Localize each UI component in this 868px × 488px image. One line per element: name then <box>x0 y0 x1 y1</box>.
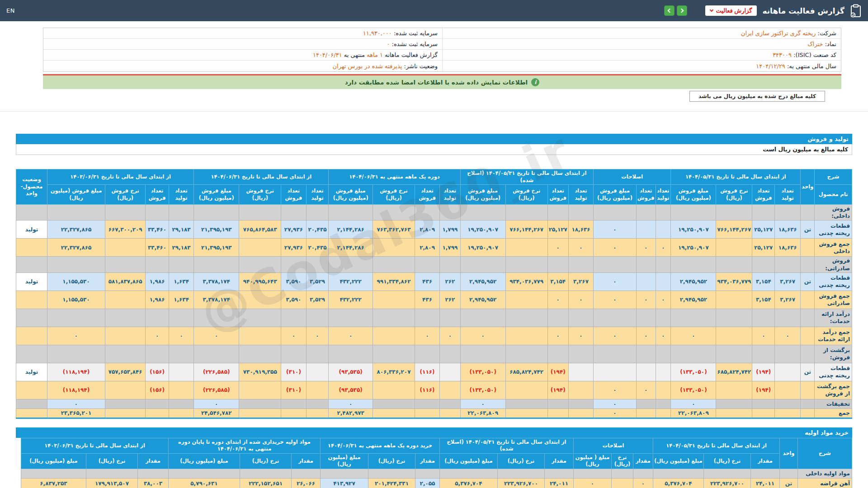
column-header: نرخ فروش (ریال) <box>373 185 415 205</box>
data-cell: ۱۸,۶۳۶ <box>568 221 593 239</box>
column-header: نرخ (ریال) <box>498 453 545 469</box>
data-cell: ۲۵,۱۲۷ <box>752 221 775 239</box>
data-cell <box>146 257 169 272</box>
column-header: تعداد تولید <box>775 185 801 205</box>
data-cell: ۲۳,۳۶۵,۲۰۱ <box>47 408 105 418</box>
unit-cell <box>780 469 798 478</box>
data-cell: ۰ <box>547 327 568 345</box>
report-type-dropdown[interactable]: گزارش فعالیت <box>705 5 757 16</box>
column-header: تعداد فروش <box>415 185 440 205</box>
data-cell <box>752 408 775 418</box>
data-cell <box>239 408 281 418</box>
data-cell <box>292 469 321 478</box>
data-cell: ۰ <box>594 408 637 418</box>
column-header: شرح <box>798 438 852 469</box>
info-field: سال مالی منتهی به: ۱۴۰۴/۱۲/۲۹ <box>442 61 841 71</box>
page-title: گزارش فعالیت ماهانه <box>762 6 844 15</box>
data-cell: (۱۳۳,۰۵۰) <box>460 381 505 399</box>
data-cell <box>47 309 105 327</box>
data-cell <box>594 363 637 381</box>
data-cell: ۲۰,۴۳۵ <box>306 221 329 239</box>
data-cell: (۱۹۴) <box>547 381 568 399</box>
data-cell: (۱۱۸,۱۹۴) <box>47 363 105 381</box>
data-cell: ۲۶۲ <box>440 291 461 309</box>
column-header: مبلغ فروش (میلیون ریال) <box>194 185 239 205</box>
signature-match-banner: i اطلاعات نمایش داده شده با اطلاعات امضا… <box>43 74 841 89</box>
data-cell <box>594 257 637 272</box>
next-period-button[interactable] <box>677 5 687 16</box>
info-label: شرکت: <box>816 30 836 37</box>
column-header: از ابتدای سال مالی تا تاریخ ۱۴۰۴/۰۵/۳۱ <box>671 169 801 185</box>
unit-cell <box>801 257 815 272</box>
row-label: فروش صادراتی: <box>815 257 852 272</box>
info-value-segment: گزارش فعالیت ماهانه <box>383 52 438 58</box>
data-cell <box>656 408 671 418</box>
data-cell <box>239 239 281 257</box>
data-cell: ۴۳۶ <box>415 272 440 291</box>
info-value-segment: سرمایه ثبت شده: <box>392 30 438 37</box>
data-cell <box>239 345 281 363</box>
data-cell <box>169 257 193 272</box>
column-header: مبلغ فروش (میلیون ریال) <box>671 185 716 205</box>
data-cell <box>505 399 547 408</box>
data-cell: ۳۳,۴۶۰ <box>146 239 169 257</box>
data-cell: ۱۹,۲۵۰,۹۰۷ <box>671 239 716 257</box>
unit-cell: تن <box>780 478 798 488</box>
data-cell: ۰ <box>194 399 239 408</box>
data-cell: ۲۱,۳۹۵,۱۹۳ <box>194 239 239 257</box>
data-cell: ۲,۱۴۴,۲۸۶ <box>329 239 373 257</box>
data-cell <box>105 257 146 272</box>
table-row: جمع فروش داخلی۱۸,۶۳۶۲۵,۱۲۷۱۹,۲۵۰,۹۰۷۰۰۰۰… <box>16 239 852 257</box>
data-cell: ۱۷۹,۹۱۳,۵۰۷ <box>86 478 138 488</box>
data-cell: ۰ <box>329 327 373 345</box>
data-cell <box>568 381 593 399</box>
data-cell <box>415 205 440 221</box>
row-label: مواد اولیه داخلی <box>798 469 852 478</box>
data-cell <box>568 408 593 418</box>
data-cell <box>440 309 461 327</box>
data-cell <box>775 408 801 418</box>
data-cell: ۰ <box>636 291 656 309</box>
amounts-note-box: کلیه مبالغ درج شده به میلیون ریال می باش… <box>689 91 825 102</box>
data-cell <box>169 363 193 381</box>
unit-cell <box>801 291 815 309</box>
data-cell <box>105 381 146 399</box>
data-cell <box>568 257 593 272</box>
data-cell <box>716 257 752 272</box>
unit-cell: تن <box>801 272 815 291</box>
data-cell <box>239 399 281 408</box>
data-cell <box>505 327 547 345</box>
table-row: قطعات ریخته چدنیتن(۱۹۴)۶۸۵,۸۲۴,۷۴۲(۱۳۳,۰… <box>16 363 852 381</box>
previous-period-button[interactable] <box>664 5 675 16</box>
data-cell: ۰ <box>636 327 656 345</box>
data-cell: (۳۱۰) <box>281 363 306 381</box>
data-cell <box>636 257 656 272</box>
data-cell: ۲۹,۱۸۳ <box>169 239 193 257</box>
data-cell <box>105 205 146 221</box>
data-cell: ۰ <box>671 327 716 345</box>
data-cell <box>281 345 306 363</box>
data-cell <box>281 399 306 408</box>
column-header: از ابتدای سال مالی تا تاریخ ۱۴۰۴/۰۵/۳۱ <box>653 438 780 453</box>
data-cell <box>306 363 329 381</box>
column-header: واحد <box>801 169 815 205</box>
data-cell: ۲,۹۴۵,۹۵۲ <box>460 272 505 291</box>
data-cell <box>716 291 752 309</box>
language-switch-en[interactable]: EN <box>6 7 15 14</box>
data-cell <box>505 239 547 257</box>
data-cell <box>146 205 169 221</box>
data-cell <box>194 309 239 327</box>
data-cell <box>239 205 281 221</box>
data-cell: ۳,۱۵۴ <box>752 272 775 291</box>
data-cell <box>656 257 671 272</box>
data-cell <box>194 345 239 363</box>
data-cell: ۲۲۳,۹۲۶,۷۰۰ <box>704 478 751 488</box>
column-header: تعداد فروش <box>146 185 169 205</box>
column-header: تعداد تولید <box>440 185 461 205</box>
data-cell: ۲۷,۹۳۶ <box>281 221 306 239</box>
clipboard-report-icon <box>850 4 862 18</box>
data-cell: ۷۶۶,۱۴۴,۲۶۷ <box>716 221 752 239</box>
data-cell <box>440 257 461 272</box>
data-cell <box>239 327 281 345</box>
data-cell <box>775 205 801 221</box>
